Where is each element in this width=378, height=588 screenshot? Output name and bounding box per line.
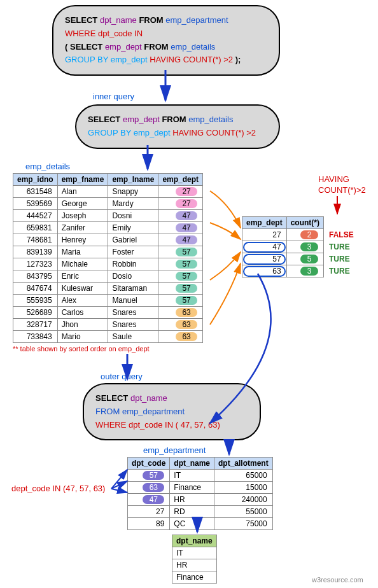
cell-fname: Alan <box>57 186 108 198</box>
cell-fname: Alex <box>57 295 108 307</box>
cell-truth: TURE <box>324 253 358 265</box>
main-sql-box: SELECT dpt_name FROM emp_department WHER… <box>52 5 280 76</box>
svg-line-6 <box>111 470 127 489</box>
cell-allot: 55000 <box>214 506 273 518</box>
cell-lname: Foster <box>108 246 158 258</box>
label-emp-details: emp_details <box>25 162 70 171</box>
table-row: 89QC75000 <box>128 518 273 530</box>
cell-fname: Zanifer <box>57 222 108 234</box>
table-row: 733843MarioSaule63 <box>13 331 203 343</box>
outer-sql-box: SELECT dpt_name FROM emp_department WHER… <box>83 383 261 440</box>
table-emp-department: dpt_codedpt_namedpt_allotment 57IT650006… <box>127 457 273 530</box>
table-row: 843795EnricDosio57 <box>13 270 203 283</box>
table-row: 575TURE <box>242 253 358 265</box>
having-line2: COUNT(*)>2 <box>318 185 366 195</box>
dept-pill: 57 <box>176 272 197 281</box>
cell-lname: Robbin <box>108 258 158 270</box>
dept-pill: 47 <box>176 223 197 232</box>
dept-pill: 63 <box>176 308 197 317</box>
kw-select: SELECT <box>65 15 97 25</box>
kw-where: WHERE <box>95 420 126 430</box>
table-row: 633TURE <box>242 265 358 277</box>
cell-dept: 47 <box>158 234 203 246</box>
cell-name: Finance <box>170 482 214 494</box>
table-row: 57IT65000 <box>128 470 273 482</box>
cell-dept: 57 <box>158 283 203 295</box>
table-row: 328717JhonSnares63 <box>13 319 203 331</box>
cell-fname: Kuleswar <box>57 283 108 295</box>
cell-name: RD <box>170 506 214 518</box>
kw-groupby: GROUP BY <box>65 55 108 64</box>
dept-pill: 57 <box>176 284 197 293</box>
cell-lname: Mardy <box>108 198 158 210</box>
cell-fname: Enric <box>57 270 108 283</box>
cell-lname: Manuel <box>108 295 158 307</box>
cell-id: 127323 <box>13 258 58 270</box>
cell-dept: 57 <box>158 246 203 258</box>
th-dpt-name: dpt_name <box>172 535 217 547</box>
table-row: 127323MichaleRobbin57 <box>13 258 203 270</box>
dept-pill: 63 <box>176 332 197 341</box>
cell-id: 733843 <box>13 331 58 343</box>
th-dpt_code: dpt_code <box>128 458 170 470</box>
sql-line: WHERE dpt_code IN <box>65 27 267 41</box>
table-row: 539569GeorgeMardy27 <box>13 198 203 210</box>
count-pill: 3 <box>300 242 318 251</box>
cell-count: 3 <box>286 241 323 253</box>
cell-code: 27 <box>128 506 170 518</box>
cell-id: 539569 <box>13 198 58 210</box>
paren-open: ( <box>65 42 67 52</box>
table-row: 839139MariaFoster57 <box>13 246 203 258</box>
inner-sql-box: SELECT emp_dept FROM emp_details GROUP B… <box>75 104 280 149</box>
table-row: 631548AlanSnappy27 <box>13 186 203 198</box>
col-dpt-name: dpt_name <box>100 15 137 25</box>
cell-lname: Gabriel <box>108 234 158 246</box>
cell-allot: 15000 <box>214 482 273 494</box>
cell-lname: Saule <box>108 331 158 343</box>
cell-count: 5 <box>286 253 323 265</box>
cell-dept: 63 <box>158 307 203 319</box>
cell-id: 328717 <box>13 319 58 331</box>
count-pill: 3 <box>300 267 318 276</box>
cell-id: 631548 <box>13 186 58 198</box>
cell-code: 47 <box>128 494 170 506</box>
cell-truth: FALSE <box>324 229 358 241</box>
table-emp-details: emp_idnoemp_fnameemp_lnameemp_dept 63154… <box>13 173 203 343</box>
th-emp_dept: emp_dept <box>158 174 203 186</box>
having-line1: HAVING <box>318 174 349 184</box>
cell-name: HR <box>170 494 214 506</box>
cell-dept: 47 <box>158 210 203 222</box>
cell-fname: Carlos <box>57 307 108 319</box>
table-row: 659831ZaniferEmily47 <box>13 222 203 234</box>
cell-lname: Snares <box>108 319 158 331</box>
tbl-emp-details: emp_details <box>188 115 233 124</box>
cell-truth: TURE <box>324 265 358 277</box>
cell-dept: 57 <box>158 295 203 307</box>
txt-in: dpt_code IN <box>98 29 143 38</box>
dept-pill: 27 <box>176 199 197 208</box>
col-dpt-name: dpt_name <box>130 393 167 403</box>
table-row: 748681HenreyGabriel47 <box>13 234 203 246</box>
table-row: 847674KuleswarSitaraman57 <box>13 283 203 295</box>
table-row: Finance <box>172 571 217 584</box>
cell-fname: Mario <box>57 331 108 343</box>
cell-lname: Dosni <box>108 210 158 222</box>
cell-fname: George <box>57 198 108 210</box>
table-group-counts: emp_dept count(*) 272FALSE473TURE575TURE… <box>242 216 358 277</box>
tbl-emp-department: emp_department <box>122 407 185 416</box>
txt-in-values: dpt_code IN ( 47, 57, 63) <box>129 420 220 430</box>
cell-code: 57 <box>128 470 170 482</box>
dept-pill: 63 <box>176 320 197 329</box>
cell-dept: 63 <box>158 331 203 343</box>
cell-dept: 27 <box>158 186 203 198</box>
cell-id: 526689 <box>13 307 58 319</box>
cell-id: 839139 <box>13 246 58 258</box>
cell-result: Finance <box>172 571 217 584</box>
col-emp-dept: emp_dept <box>105 42 142 52</box>
cell-allot: 65000 <box>214 470 273 482</box>
tbl-emp-details: emp_details <box>171 42 215 52</box>
sql-line: GROUP BY emp_dept HAVING COUNT(*) >2 <box>88 127 267 140</box>
cell-dept: 63 <box>242 265 287 277</box>
sql-line: WHERE dpt_code IN ( 47, 57, 63) <box>95 419 248 432</box>
th-dpt_name: dpt_name <box>170 458 214 470</box>
